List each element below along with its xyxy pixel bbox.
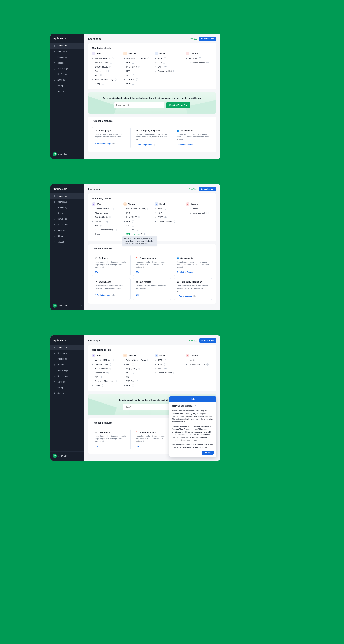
check-item[interactable]: + Domain blacklist i [155, 219, 181, 224]
info-icon[interactable]: i [115, 229, 117, 231]
sidebar-item-billing[interactable]: ▭Billing [50, 233, 84, 239]
info-icon[interactable]: i [164, 216, 167, 218]
sidebar-item-reports[interactable]: ◷Reports [50, 210, 84, 216]
sidebar-item-monitoring[interactable]: ⫾⫾Monitoring [50, 356, 84, 362]
check-item[interactable]: + Website HTTP(S) i [92, 207, 118, 211]
info-icon[interactable]: i [109, 368, 111, 370]
info-icon[interactable]: i [115, 78, 117, 80]
sidebar-item-status-pages[interactable]: ▢Status Pages [50, 368, 84, 373]
sidebar-item-billing[interactable]: ▭Billing [50, 83, 84, 88]
check-item[interactable]: + Transaction i [92, 219, 118, 224]
check-item[interactable]: + Heartbeat i [186, 207, 213, 211]
feature-cta[interactable]: CTA [95, 271, 99, 273]
check-item[interactable]: + Domain blacklist i [155, 69, 181, 73]
info-icon[interactable]: i [132, 376, 134, 378]
feature-cta[interactable]: + Add status pagei [95, 294, 115, 296]
sidebar-item-dashboard[interactable]: ◐Dashboard [50, 48, 84, 54]
check-item[interactable]: + TCP Port i [123, 77, 150, 82]
info-icon[interactable]: i [163, 212, 165, 214]
check-item[interactable]: + Malware / Virus i [92, 362, 118, 366]
check-item[interactable]: + Ping (ICMP) i [123, 215, 150, 219]
help-minimize-button[interactable]: — [213, 398, 215, 400]
check-item[interactable]: + TCP Port i [123, 228, 150, 232]
check-item[interactable]: + Group i [92, 383, 118, 388]
url-input[interactable] [123, 404, 173, 410]
check-item[interactable]: + Transaction i [92, 69, 118, 73]
info-icon[interactable]: i [112, 143, 115, 145]
check-item[interactable]: + SSH i [123, 375, 150, 379]
info-icon[interactable]: i [132, 212, 134, 214]
free-trial-link[interactable]: Free Trial [189, 340, 197, 342]
feature-cta[interactable]: + Add integrationi [177, 295, 196, 297]
check-item[interactable]: + Malware / Virus i [92, 60, 118, 65]
check-item[interactable]: + SSH i [123, 73, 150, 77]
info-icon[interactable]: i [199, 359, 201, 361]
free-trial-link[interactable]: Free Trial [189, 38, 197, 40]
feature-cta[interactable]: CTA [136, 271, 139, 273]
sidebar-item-launchpad[interactable]: ▦Launchpad [50, 43, 84, 48]
info-icon[interactable]: i [111, 57, 114, 60]
check-item[interactable]: + Real User Monitoring i [92, 379, 118, 383]
info-icon[interactable]: i [102, 384, 104, 386]
info-icon[interactable]: i [164, 208, 166, 210]
info-icon[interactable]: i [115, 380, 117, 382]
info-icon[interactable]: i [112, 294, 115, 296]
info-icon[interactable]: i [164, 66, 167, 68]
sidebar-item-settings[interactable]: ≡Settings [50, 379, 84, 385]
check-item[interactable]: + Heartbeat i [186, 358, 213, 362]
info-icon[interactable]: i [111, 359, 114, 361]
sidebar-item-notifications[interactable]: ▭Notifications [50, 72, 84, 77]
check-item[interactable]: + Ping (ICMP) i [123, 366, 150, 371]
external-link-icon[interactable]: ↗ [194, 405, 196, 407]
info-icon[interactable]: i [136, 78, 138, 80]
check-item[interactable]: + POP i [155, 211, 181, 215]
check-item[interactable]: + Real User Monitoring i [92, 228, 118, 232]
info-icon[interactable]: i [132, 82, 134, 85]
buy-more-link[interactable]: buy more [132, 233, 140, 235]
subscribe-button[interactable]: Subscribe now [199, 37, 216, 41]
feature-cta[interactable]: CTA [95, 445, 99, 447]
check-item[interactable]: + API i [92, 375, 118, 379]
info-icon[interactable]: i [138, 216, 140, 218]
check-item[interactable]: + POP i [155, 60, 181, 65]
info-icon[interactable]: i [102, 82, 104, 85]
info-icon[interactable]: i [132, 372, 134, 374]
info-icon[interactable]: i [206, 363, 209, 366]
info-icon[interactable]: i [132, 74, 134, 76]
info-icon[interactable]: i [106, 220, 109, 222]
info-icon[interactable]: i [153, 144, 155, 146]
info-icon[interactable]: i [132, 224, 134, 227]
feature-cta[interactable]: Enable this feature [177, 271, 193, 273]
info-icon[interactable]: i [173, 70, 175, 72]
check-item[interactable]: + Group i [92, 82, 118, 86]
feature-cta[interactable]: + Add integrationi [136, 144, 155, 146]
info-icon[interactable]: i [136, 380, 138, 382]
info-icon[interactable]: i [110, 62, 112, 64]
info-icon[interactable]: i [132, 384, 134, 386]
info-icon[interactable]: i [102, 233, 104, 235]
sidebar-item-status-pages[interactable]: ▢Status Pages [50, 66, 84, 72]
info-icon[interactable]: i [111, 208, 114, 210]
check-item[interactable]: + IMAP i [155, 56, 181, 60]
info-icon[interactable]: i [163, 62, 165, 64]
check-item[interactable]: + DNS i [123, 211, 150, 215]
url-input[interactable] [114, 102, 164, 108]
live-chat-button[interactable]: Live chat [202, 450, 214, 454]
check-item[interactable]: + IMAP i [155, 207, 181, 211]
check-item[interactable]: + TCP Port i [123, 379, 150, 383]
user-row[interactable]: JD John Doe ▾ [50, 452, 84, 461]
subscribe-button[interactable]: Subscribe now [199, 187, 216, 191]
check-item[interactable]: + UDP i [123, 383, 150, 388]
sidebar-item-notifications[interactable]: ▭Notifications [50, 373, 84, 379]
info-icon[interactable]: i [109, 66, 111, 68]
info-icon[interactable]: i [132, 220, 134, 222]
sidebar-item-settings[interactable]: ≡Settings [50, 228, 84, 233]
check-item[interactable]: + Transaction i [92, 371, 118, 375]
check-item[interactable]: + Whois / Domain Expiry i [123, 56, 150, 60]
check-item[interactable]: + DNS i [123, 362, 150, 366]
sidebar-item-settings[interactable]: ≡Settings [50, 77, 84, 83]
check-item[interactable]: + DNS i [123, 60, 150, 65]
check-item[interactable]: + Website HTTP(S) i [92, 358, 118, 362]
info-icon[interactable]: i [199, 57, 201, 60]
help-back-button[interactable]: ← [171, 398, 173, 400]
